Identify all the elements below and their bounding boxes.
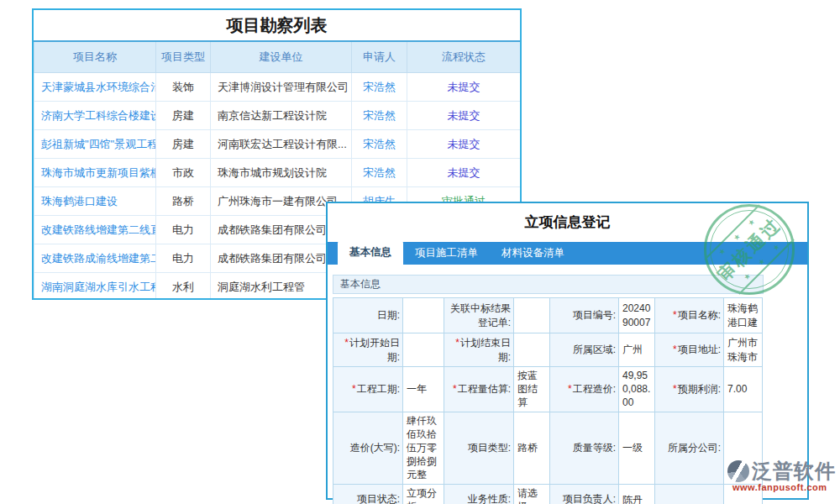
project-name-link[interactable]: 珠海市城市更新项目紫桐... <box>34 159 156 187</box>
form-window-title: 立项信息登记 <box>328 213 807 232</box>
form-row: *项目状态: 立项分析 *业务性质: 请选择 *项目负责人: 陈丹 <box>333 484 763 504</box>
vendor-name: 泛普软件 <box>752 458 836 485</box>
field-label-project-status: *项目状态: <box>333 484 403 504</box>
table-row: 天津蒙城县水环境综合治... 装饰 天津博润设计管理有限公司 宋浩然 未提交 <box>34 73 521 102</box>
form-row: *日期: *关联中标结果登记单: *项目编号: 2024090007 *项目名称… <box>333 298 763 333</box>
field-expected-profit[interactable]: 7.00 <box>724 367 763 412</box>
construction-unit: 南京信达新工程设计院 <box>211 102 352 130</box>
project-type: 水利 <box>156 273 211 301</box>
field-business-nature[interactable]: 请选择 <box>514 484 550 504</box>
field-label-empty <box>655 484 724 504</box>
field-label-quality-grade: *质量等级: <box>550 412 619 484</box>
tab-material-equipment-list[interactable]: 材料设备清单 <box>490 242 576 265</box>
tab-basic-info[interactable]: 基本信息 <box>338 240 403 265</box>
field-bid-result-link[interactable] <box>514 298 550 333</box>
project-name-link[interactable]: 改建铁路线增建第二线直... <box>34 216 156 244</box>
field-plan-start-date[interactable] <box>403 333 444 367</box>
construction-unit: 天津博润设计管理有限公司 <box>211 73 352 102</box>
field-label-quantity-estimate: *工程量估算: <box>444 367 514 412</box>
project-name-link[interactable]: 湖南洞庭湖水库引水工程... <box>34 273 156 301</box>
construction-unit: 珠海市城市规划设计院 <box>211 159 352 187</box>
field-label-bid-result-link: *关联中标结果登记单: <box>444 298 514 333</box>
table-row: 济南大学工科综合楼建设... 房建 南京信达新工程设计院 宋浩然 未提交 <box>34 102 521 130</box>
vendor-url: www.fanpusoft.com <box>727 482 836 492</box>
field-label-project-name: *项目名称: <box>655 298 724 333</box>
field-region[interactable]: 广州 <box>619 333 655 367</box>
field-date[interactable] <box>403 298 444 333</box>
applicant-link[interactable]: 宋浩然 <box>352 102 407 130</box>
field-label-project-manager: *项目负责人: <box>550 484 619 504</box>
status-badge: 未提交 <box>407 130 521 159</box>
project-type: 房建 <box>156 130 211 159</box>
vendor-watermark: 泛普软件 www.fanpusoft.com <box>727 458 836 492</box>
status-badge: 未提交 <box>407 102 521 130</box>
tab-bar: 基本信息 项目施工清单 材料设备清单 <box>328 242 807 265</box>
project-registration-window: 立项信息登记 基本信息 项目施工清单 材料设备清单 基本信息 *日期: *关联中… <box>326 202 809 500</box>
list-window-title: 项目勘察列表 <box>34 10 520 40</box>
field-project-name[interactable]: 珠海鹤港口建 <box>724 298 763 333</box>
field-label-project-duration: *工程工期: <box>333 367 403 412</box>
tab-construction-list[interactable]: 项目施工清单 <box>403 242 490 265</box>
col-header-project-name: 项目名称 <box>34 41 156 73</box>
col-header-flow-status: 流程状态 <box>407 41 521 73</box>
col-header-applicant: 申请人 <box>352 41 407 73</box>
field-project-address[interactable]: 广州市珠海市 <box>724 333 763 367</box>
form-row: *计划开始日期: *计划结束日期: *所属区域: 广州 *项目地址: 广州市珠海… <box>333 333 763 367</box>
project-name-link[interactable]: 济南大学工科综合楼建设... <box>34 102 156 130</box>
col-header-construction-unit: 建设单位 <box>211 41 352 73</box>
table-row: 珠海市城市更新项目紫桐... 市政 珠海市城市规划设计院 宋浩然 未提交 <box>34 159 521 187</box>
basic-info-form-table: *日期: *关联中标结果登记单: *项目编号: 2024090007 *项目名称… <box>333 297 763 504</box>
project-type: 装饰 <box>156 73 211 102</box>
field-label-project-address: *项目地址: <box>655 333 724 367</box>
project-name-link[interactable]: 珠海鹤港口建设 <box>34 187 156 216</box>
project-type: 电力 <box>156 216 211 244</box>
applicant-link[interactable]: 宋浩然 <box>352 130 407 159</box>
field-quantity-estimate[interactable]: 按蓝图结算 <box>514 367 550 412</box>
field-label-project-type: *项目类型: <box>444 412 514 484</box>
project-name-link[interactable]: 改建铁路成渝线增建第二... <box>34 244 156 273</box>
construction-unit: 河南联宏达工程设计有限... <box>211 130 352 159</box>
field-project-number[interactable]: 2024090007 <box>619 298 655 333</box>
table-header-row: 项目名称 项目类型 建设单位 申请人 流程状态 <box>34 41 521 73</box>
project-name-link[interactable]: 彭祖新城"四馆"景观工程... <box>34 130 156 159</box>
applicant-link[interactable]: 宋浩然 <box>352 73 407 102</box>
project-type: 路桥 <box>156 187 211 216</box>
fanpu-logo-icon <box>727 460 749 482</box>
project-type: 市政 <box>156 159 211 187</box>
form-row: *工程工期: 一年 *工程量估算: 按蓝图结算 *工程造价: 49,950,08… <box>333 367 763 412</box>
field-label-plan-start-date: *计划开始日期: <box>333 333 403 367</box>
field-project-type[interactable]: 路桥 <box>514 412 550 484</box>
project-type: 房建 <box>156 102 211 130</box>
project-name-link[interactable]: 天津蒙城县水环境综合治... <box>34 73 156 102</box>
status-badge: 未提交 <box>407 73 521 102</box>
field-project-cost[interactable]: 49,950,088.00 <box>619 367 655 412</box>
field-project-duration[interactable]: 一年 <box>403 367 444 412</box>
form-row: *造价(大写): 肆仟玖佰玖拾伍万零捌拾捌元整 *项目类型: 路桥 *质量等级:… <box>333 412 763 484</box>
field-label-expected-profit: *预期利润: <box>655 367 724 412</box>
status-badge: 未提交 <box>407 159 521 187</box>
field-label-branch-company: *所属分公司: <box>655 412 724 484</box>
field-label-project-cost: *工程造价: <box>550 367 619 412</box>
field-quality-grade[interactable]: 一级 <box>619 412 655 484</box>
col-header-project-type: 项目类型 <box>156 41 211 73</box>
field-label-date: *日期: <box>333 298 403 333</box>
field-plan-end-date[interactable] <box>514 333 550 367</box>
field-label-project-number: *项目编号: <box>550 298 619 333</box>
table-row: 彭祖新城"四馆"景观工程... 房建 河南联宏达工程设计有限... 宋浩然 未提… <box>34 130 521 159</box>
field-project-status[interactable]: 立项分析 <box>403 484 444 504</box>
field-project-manager[interactable]: 陈丹 <box>619 484 655 504</box>
applicant-link[interactable]: 宋浩然 <box>352 159 407 187</box>
field-cost-in-words[interactable]: 肆仟玖佰玖拾伍万零捌拾捌元整 <box>403 412 444 484</box>
field-label-plan-end-date: *计划结束日期: <box>444 333 514 367</box>
project-type: 电力 <box>156 244 211 273</box>
field-label-business-nature: *业务性质: <box>444 484 514 504</box>
field-label-region: *所属区域: <box>550 333 619 367</box>
section-title-basic-info: 基本信息 <box>333 275 764 294</box>
field-label-cost-in-words: *造价(大写): <box>333 412 403 484</box>
